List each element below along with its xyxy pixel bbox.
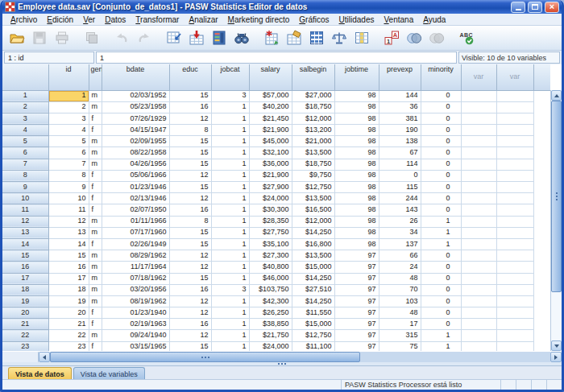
grid-cell[interactable]: $15,000 [292,262,334,273]
grid-cell-var[interactable] [496,125,533,136]
row-number-18[interactable]: 18 [2,284,48,295]
row-number-14[interactable]: 14 [2,238,48,250]
grid-cell[interactable]: 1 [211,170,249,181]
grid-cell[interactable]: 0 [421,250,461,262]
grid-cell[interactable]: $38,850 [249,319,292,330]
grid-cell[interactable]: 12 [169,295,211,307]
grid-cell[interactable]: $14,250 [292,273,334,284]
grid-cell[interactable]: 34 [379,227,421,238]
grid-cell[interactable]: $24,000 [249,193,292,204]
grid-cell-var[interactable] [461,284,496,295]
grid-cell[interactable]: 97 [334,319,379,330]
grid-cell[interactable]: 98 [334,147,379,159]
row-number-4[interactable]: 4 [2,125,48,136]
grid-cell[interactable]: 97 [334,284,379,295]
grid-cell-var[interactable] [461,330,496,341]
value-labels-button[interactable]: 1A [380,27,402,48]
grid-cell[interactable]: 08/19/1962 [102,295,169,307]
spell-check-button[interactable]: ABC [455,27,477,48]
grid-cell[interactable]: 04/15/1947 [102,125,169,136]
grid-cell[interactable]: 98 [334,90,379,101]
horizontal-scrollbar-track[interactable] [50,352,550,362]
row-number-23[interactable]: 23 [2,341,48,351]
grid-cell[interactable]: 23 [48,341,89,351]
grid-cell-var[interactable] [496,238,533,250]
grid-cell[interactable]: 20 [48,307,89,319]
grid-cell[interactable]: $13,200 [292,125,334,136]
grid-cell[interactable]: 138 [379,136,421,147]
grid-cell[interactable]: 1 [211,307,249,319]
grid-cell[interactable]: 97 [334,262,379,273]
grid-cell[interactable]: $27,000 [292,90,334,101]
title-bar[interactable]: Employee data.sav [Conjunto_de_datos1] -… [2,0,562,14]
grid-cell[interactable]: $32,100 [249,147,292,159]
row-number-7[interactable]: 7 [2,159,48,170]
grid-cell[interactable]: 97 [334,273,379,284]
menu-datos[interactable]: Datos [100,14,131,25]
menu-transformar[interactable]: Transformar [131,14,184,25]
grid-cell[interactable]: 98 [334,159,379,170]
grid-cell[interactable]: 1 [211,216,249,227]
grid-cell[interactable]: 02/26/1949 [102,238,169,250]
grid-cell[interactable]: 98 [334,216,379,227]
scroll-left-button[interactable] [39,352,50,362]
grid-cell[interactable]: 1 [211,147,249,159]
grid-cell[interactable]: 0 [379,170,421,181]
grid-cell[interactable]: 12 [169,330,211,341]
maximize-button[interactable] [528,2,542,13]
open-data-button[interactable] [6,27,27,48]
grid-cell[interactable]: 1 [211,319,249,330]
insert-cases-button[interactable] [260,27,282,48]
grid-cell[interactable]: 0 [421,307,461,319]
grid-cell[interactable]: 98 [334,238,379,250]
row-number-12[interactable]: 12 [2,216,48,227]
grid-cell[interactable]: 67 [379,147,421,159]
grid-cell[interactable]: 15 [169,273,211,284]
grid-cell[interactable]: 16 [169,101,211,113]
grid-cell[interactable]: $45,000 [249,136,292,147]
menu-gr-ficos[interactable]: Gráficos [294,14,334,25]
grid-cell[interactable]: 0 [421,136,461,147]
weight-cases-button[interactable] [328,27,350,48]
grid-cell-var[interactable] [496,147,533,159]
grid-cell[interactable]: 0 [421,113,461,124]
grid-cell[interactable]: 244 [379,193,421,204]
grid-cell[interactable]: 0 [421,101,461,113]
grid-cell[interactable]: 12 [48,216,89,227]
grid-cell[interactable]: 08/29/1962 [102,250,169,262]
grid-cell[interactable]: m [89,262,102,273]
grid-cell[interactable]: 05/06/1966 [102,170,169,181]
grid-cell[interactable]: m [89,159,102,170]
grid-cell[interactable]: $18,750 [292,101,334,113]
row-number-11[interactable]: 11 [2,204,48,216]
grid-cell[interactable]: 21 [48,319,89,330]
grid-cell[interactable]: $21,000 [292,136,334,147]
grid-cell[interactable]: m [89,250,102,262]
grid-cell[interactable]: 0 [421,284,461,295]
grid-cell[interactable]: 0 [421,170,461,181]
grid-cell[interactable]: 12 [169,170,211,181]
grid-cell[interactable]: 1 [211,136,249,147]
grid-cell-var[interactable] [461,182,496,193]
grid-cell[interactable]: $40,200 [249,101,292,113]
grid-cell-var[interactable] [461,90,496,101]
row-number-6[interactable]: 6 [2,147,48,159]
grid-cell[interactable]: 02/13/1946 [102,193,169,204]
menu-utilidades[interactable]: Utilidades [334,14,379,25]
close-button[interactable]: × [545,2,559,13]
grid-cell[interactable]: $12,750 [292,182,334,193]
grid-cell-var[interactable] [461,159,496,170]
grid-cell[interactable]: 3 [211,284,249,295]
grid-cell[interactable]: $13,500 [292,250,334,262]
grid-cell[interactable]: f [89,319,102,330]
menu-marketing-directo[interactable]: Marketing directo [223,14,295,25]
grid-cell[interactable]: 1 [211,330,249,341]
grid-cell[interactable]: 15 [169,147,211,159]
grid-cell[interactable]: 98 [334,227,379,238]
grid-cell[interactable]: $35,100 [249,238,292,250]
grid-cell[interactable]: 15 [48,250,89,262]
grid-cell-var[interactable] [461,113,496,124]
grid-cell[interactable]: 0 [421,90,461,101]
grid-cell[interactable]: 1 [421,330,461,341]
grid-cell[interactable]: 1 [211,193,249,204]
